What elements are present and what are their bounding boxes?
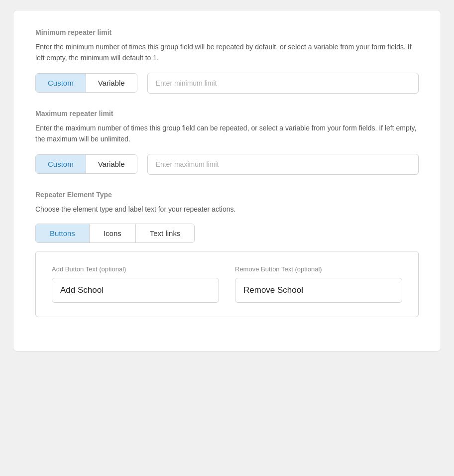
remove-button-text-label: Remove Button Text (optional): [235, 265, 402, 273]
element-type-icons-tab[interactable]: Icons: [90, 224, 136, 242]
element-type-description: Choose the element type and label text f…: [35, 204, 419, 215]
max-repeater-title: Maximum repeater limit: [35, 110, 419, 118]
min-repeater-section: Minimum repeater limit Enter the minimum…: [35, 28, 419, 94]
element-type-section: Repeater Element Type Choose the element…: [35, 191, 419, 317]
max-toggle-group: Custom Variable: [35, 154, 137, 174]
max-limit-input[interactable]: [147, 154, 419, 175]
element-type-buttons-tab[interactable]: Buttons: [36, 224, 90, 242]
min-variable-tab[interactable]: Variable: [86, 74, 137, 92]
add-button-text-input[interactable]: [52, 278, 219, 303]
max-custom-tab[interactable]: Custom: [36, 155, 86, 173]
add-button-text-label: Add Button Text (optional): [52, 265, 219, 273]
settings-card: Minimum repeater limit Enter the minimum…: [13, 10, 441, 352]
remove-button-text-input[interactable]: [235, 278, 402, 303]
min-repeater-title: Minimum repeater limit: [35, 28, 419, 36]
element-type-text-links-tab[interactable]: Text links: [136, 224, 195, 242]
max-variable-tab[interactable]: Variable: [86, 155, 137, 173]
max-repeater-row: Custom Variable: [35, 154, 419, 175]
min-custom-tab[interactable]: Custom: [36, 74, 86, 92]
min-repeater-description: Enter the minimum number of times this g…: [35, 41, 419, 64]
max-repeater-description: Enter the maximum number of times this g…: [35, 122, 419, 145]
button-text-panel: Add Button Text (optional) Remove Button…: [35, 251, 419, 317]
element-type-toggle-group: Buttons Icons Text links: [35, 224, 195, 243]
element-type-title: Repeater Element Type: [35, 191, 419, 199]
min-limit-input[interactable]: [147, 73, 419, 94]
min-toggle-group: Custom Variable: [35, 73, 137, 93]
remove-button-text-group: Remove Button Text (optional): [235, 265, 402, 303]
add-button-text-group: Add Button Text (optional): [52, 265, 219, 303]
min-repeater-row: Custom Variable: [35, 73, 419, 94]
max-repeater-section: Maximum repeater limit Enter the maximum…: [35, 110, 419, 175]
